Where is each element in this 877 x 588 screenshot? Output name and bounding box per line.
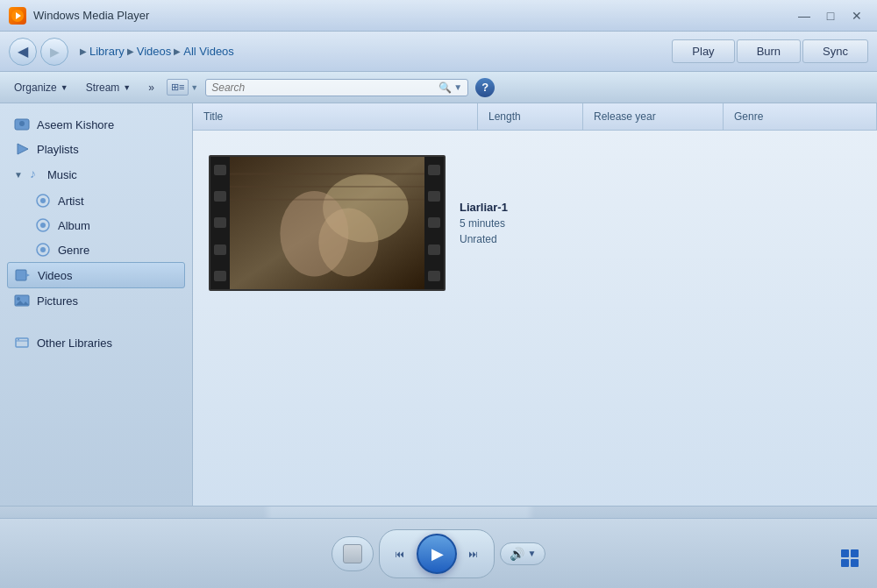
fast-forward-button[interactable]: ⏭ — [460, 541, 487, 567]
playlists-icon — [14, 141, 30, 157]
tab-sync[interactable]: Sync — [802, 39, 868, 63]
breadcrumb-library[interactable]: Library — [89, 45, 125, 58]
stream-button[interactable]: Stream ▼ — [81, 80, 137, 96]
navbar: ◀ ▶ ▶ Library ▶ Videos ▶ All Videos Play… — [0, 32, 877, 72]
video-duration: 5 minutes — [460, 217, 508, 230]
stream-label: Stream — [86, 81, 120, 94]
sidebar-item-other-libraries[interactable]: Other Libraries — [7, 330, 185, 355]
sidebar-item-album[interactable]: Album — [7, 213, 185, 237]
music-icon: ♪ — [28, 166, 44, 184]
artist-icon — [35, 193, 51, 209]
svg-rect-31 — [851, 559, 859, 567]
window-title: Windows Media Player — [33, 9, 793, 22]
breadcrumb: ▶ Library ▶ Videos ▶ All Videos — [77, 45, 663, 58]
stream-arrow: ▼ — [123, 83, 131, 92]
sidebar-music-label: Music — [47, 168, 77, 181]
maximize-button[interactable]: □ — [819, 7, 842, 25]
sidebar-other-libraries-label: Other Libraries — [37, 337, 112, 350]
tab-buttons: Play Burn Sync — [672, 39, 868, 63]
sidebar: Aseem Kishore Playlists ▼ ♪ Music Arti — [0, 103, 193, 506]
window-controls: — □ ✕ — [793, 7, 868, 25]
transport-group: ⏮ ▶ ⏭ — [379, 529, 495, 578]
sidebar-item-user[interactable]: Aseem Kishore — [7, 112, 185, 137]
sidebar-item-music[interactable]: ▼ ♪ Music — [7, 161, 185, 188]
organize-button[interactable]: Organize ▼ — [9, 80, 74, 96]
view-icon-button[interactable]: ⊞≡ — [167, 79, 189, 96]
fast-forward-icon: ⏭ — [468, 549, 478, 559]
film-strip-right — [424, 157, 444, 289]
album-icon — [35, 217, 51, 233]
user-icon — [14, 117, 30, 132]
search-input[interactable] — [211, 81, 438, 94]
more-button[interactable]: » — [143, 80, 160, 96]
breadcrumb-sep-1: ▶ — [127, 46, 134, 56]
stop-button[interactable] — [339, 541, 366, 567]
view-icon-group: ⊞≡ ▼ — [167, 79, 198, 96]
volume-group: 🔊 ▼ — [500, 542, 546, 565]
video-list-item[interactable]: Liarliar-1 5 minutes Unrated — [202, 148, 868, 298]
film-hole — [214, 191, 226, 202]
grid-view-button[interactable] — [840, 549, 859, 572]
play-button[interactable]: ▶ — [417, 534, 457, 574]
video-info: Liarliar-1 5 minutes Unrated — [460, 201, 508, 245]
film-hole — [428, 271, 440, 281]
svg-rect-28 — [841, 549, 849, 557]
sidebar-item-playlists[interactable]: Playlists — [7, 137, 185, 161]
breadcrumb-sep-0: ▶ — [80, 46, 87, 56]
minimize-button[interactable]: — — [793, 7, 816, 25]
col-header-release-year[interactable]: Release year — [583, 103, 724, 130]
sidebar-artist-label: Artist — [58, 195, 84, 208]
videos-icon — [15, 267, 31, 283]
sidebar-playlists-label: Playlists — [37, 143, 79, 156]
col-header-title[interactable]: Title — [193, 103, 478, 130]
svg-rect-12 — [16, 270, 26, 280]
svg-point-15 — [17, 297, 20, 301]
player-controls: ⏮ ▶ ⏭ 🔊 ▼ — [0, 518, 877, 588]
rewind-button[interactable]: ⏮ — [387, 541, 413, 567]
help-button[interactable]: ? — [475, 78, 495, 97]
back-button[interactable]: ◀ — [9, 38, 37, 66]
svg-text:♪: ♪ — [30, 166, 36, 181]
sidebar-album-label: Album — [58, 219, 90, 232]
forward-button[interactable]: ▶ — [40, 38, 68, 66]
sidebar-genre-label: Genre — [58, 244, 89, 257]
sidebar-item-artist[interactable]: Artist — [7, 188, 185, 213]
breadcrumb-videos[interactable]: Videos — [137, 45, 172, 58]
app-icon — [9, 7, 26, 25]
volume-icon: 🔊 — [510, 547, 524, 561]
search-dropdown-arrow[interactable]: ▼ — [453, 82, 462, 92]
breadcrumb-sep-2: ▶ — [174, 46, 181, 56]
titlebar: Windows Media Player — □ ✕ — [0, 0, 877, 32]
video-title: Liarliar-1 — [460, 201, 508, 214]
film-hole — [214, 244, 226, 255]
svg-marker-13 — [26, 273, 30, 277]
content-area: Title Length Release year Genre — [193, 103, 877, 506]
tab-play[interactable]: Play — [672, 39, 734, 63]
col-header-length[interactable]: Length — [478, 103, 583, 130]
sidebar-item-videos[interactable]: Videos — [7, 262, 185, 288]
video-frame — [230, 157, 424, 289]
volume-dropdown-arrow[interactable]: ▼ — [528, 549, 537, 558]
film-strip-left — [210, 157, 230, 289]
close-button[interactable]: ✕ — [845, 7, 868, 25]
stop-icon — [343, 544, 362, 563]
main-area: Aseem Kishore Playlists ▼ ♪ Music Arti — [0, 103, 877, 506]
search-box: 🔍 ▼ — [205, 79, 468, 96]
film-hole — [428, 165, 440, 175]
view-arrow: ▼ — [190, 83, 198, 92]
col-header-genre[interactable]: Genre — [724, 103, 877, 130]
breadcrumb-all-videos[interactable]: All Videos — [183, 45, 234, 58]
sidebar-item-genre[interactable]: Genre — [7, 237, 185, 262]
tab-burn[interactable]: Burn — [737, 39, 801, 63]
stop-group — [332, 536, 374, 571]
content-body: Liarliar-1 5 minutes Unrated — [193, 131, 877, 506]
svg-marker-4 — [18, 144, 28, 154]
film-hole — [428, 244, 440, 255]
video-rating: Unrated — [460, 233, 508, 245]
svg-rect-29 — [851, 549, 859, 557]
sidebar-item-pictures[interactable]: Pictures — [7, 288, 185, 313]
genre-icon — [35, 242, 51, 258]
rewind-icon: ⏮ — [395, 549, 404, 559]
sidebar-user-label: Aseem Kishore — [37, 118, 114, 131]
pictures-icon — [14, 293, 30, 308]
